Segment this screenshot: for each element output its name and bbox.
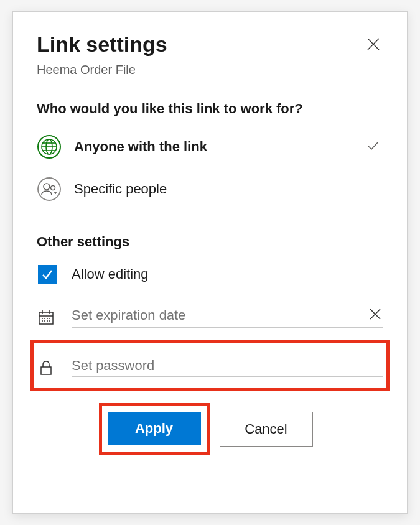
- people-icon: [37, 177, 62, 202]
- svg-rect-13: [39, 312, 53, 324]
- close-icon: [366, 37, 381, 52]
- permission-question: Who would you like this link to work for…: [37, 101, 383, 117]
- password-input[interactable]: [72, 358, 383, 374]
- password-row: [37, 358, 383, 377]
- dialog-header: Link settings: [37, 33, 383, 57]
- svg-point-22: [44, 320, 45, 322]
- svg-point-23: [47, 320, 48, 322]
- svg-point-19: [47, 318, 48, 319]
- svg-point-17: [42, 318, 43, 319]
- option-anyone-with-link[interactable]: Anyone with the link: [37, 134, 383, 159]
- svg-point-10: [51, 186, 55, 190]
- globe-icon: [37, 134, 62, 159]
- clear-expiration-button[interactable]: [367, 306, 383, 325]
- svg-point-20: [49, 318, 50, 319]
- allow-editing-label: Allow editing: [72, 266, 149, 282]
- lock-icon: [37, 358, 55, 377]
- dialog-title: Link settings: [37, 33, 167, 56]
- expiration-row: [37, 306, 383, 328]
- svg-point-24: [49, 320, 50, 322]
- option-specific-label: Specific people: [74, 181, 383, 197]
- option-specific-people[interactable]: Specific people: [37, 177, 383, 202]
- svg-point-21: [42, 320, 43, 322]
- option-anyone-label: Anyone with the link: [74, 139, 366, 155]
- allow-editing-row: Allow editing: [37, 265, 383, 284]
- expiration-date-input[interactable]: [72, 307, 367, 323]
- checkmark-icon: [40, 267, 54, 281]
- apply-button[interactable]: Apply: [108, 412, 201, 445]
- dialog-actions: Apply Cancel: [37, 412, 383, 447]
- svg-rect-27: [41, 367, 51, 374]
- svg-point-18: [44, 318, 45, 319]
- file-name: Heema Order File: [37, 63, 383, 77]
- svg-point-9: [44, 184, 50, 190]
- link-settings-dialog: Link settings Heema Order File Who would…: [12, 11, 408, 514]
- allow-editing-checkbox[interactable]: [38, 265, 57, 284]
- close-icon: [368, 307, 382, 321]
- other-settings-title: Other settings: [37, 234, 383, 250]
- cancel-button[interactable]: Cancel: [220, 412, 313, 447]
- calendar-icon: [37, 308, 55, 327]
- selected-checkmark-icon: [366, 138, 381, 156]
- close-button[interactable]: [363, 34, 383, 57]
